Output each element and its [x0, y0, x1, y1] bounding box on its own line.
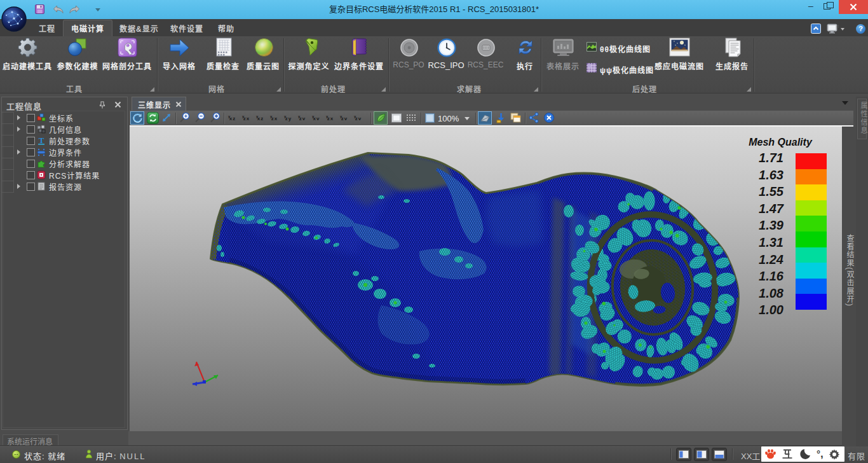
svg-text:4: 4: [837, 24, 839, 29]
svg-text:T: T: [39, 136, 44, 145]
